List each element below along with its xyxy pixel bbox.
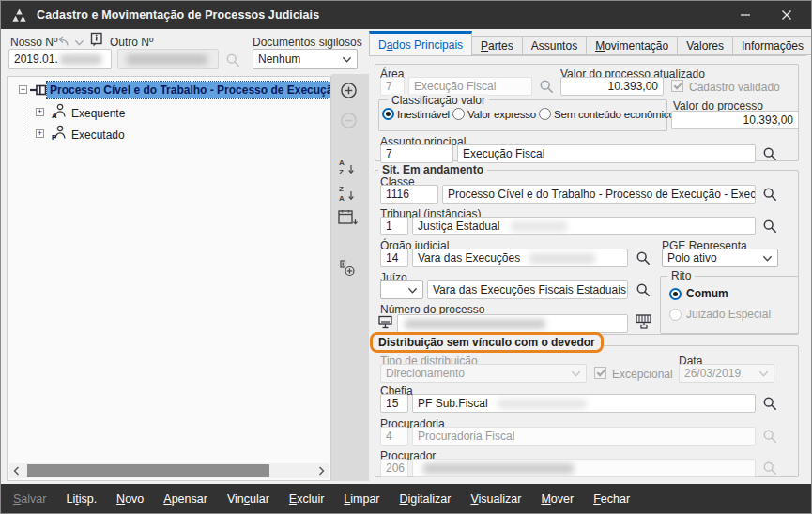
tab-valores[interactable]: Valores: [677, 36, 733, 55]
svg-text:A: A: [339, 159, 345, 167]
note-icon[interactable]: [90, 32, 103, 47]
outro-numero-field[interactable]: [117, 49, 219, 69]
rito-radio-juizado-row: Juizado Especial: [669, 308, 771, 321]
tree-item-exequente[interactable]: Exequente: [71, 107, 125, 120]
documentos-sigilosos-select[interactable]: Nenhum: [253, 49, 358, 69]
radio-inestimavel[interactable]: [382, 108, 394, 120]
valor-atualizado-field[interactable]: 10.393,00: [560, 77, 664, 96]
titlebar: Cadastro e Movimentação de Processos Jud…: [1, 1, 811, 29]
tree-item-executado[interactable]: Executado: [71, 128, 125, 142]
redacted-text: [405, 319, 545, 329]
radio-juizado-especial-label: Juizado Especial: [686, 308, 771, 321]
radio-sem-conteudo[interactable]: [539, 108, 551, 120]
tipo-distribuicao-value: Direcionamento: [386, 367, 465, 380]
digitar-numero-icon[interactable]: [636, 314, 652, 329]
litisp-button[interactable]: Litisp.: [66, 492, 97, 506]
procurador-search-icon: [762, 461, 777, 476]
radio-valor-expresso-label: Valor expresso: [467, 109, 536, 120]
svg-text:Z: Z: [339, 185, 344, 193]
bottom-toolbar: Salvar Litisp. Novo Apensar Vincular Exc…: [1, 484, 811, 513]
area-search-icon[interactable]: [539, 79, 554, 94]
radio-valor-expresso[interactable]: [452, 108, 465, 120]
salvar-button[interactable]: Salvar: [13, 492, 46, 506]
orgao-code-field[interactable]: 14: [380, 249, 408, 267]
svg-text:Z: Z: [339, 168, 344, 176]
tab-movimentacao[interactable]: Movimentação: [586, 36, 678, 55]
svg-text:A: A: [52, 112, 57, 119]
close-button[interactable]: [766, 1, 807, 29]
classe-code-field[interactable]: 1116: [380, 185, 438, 204]
numero-processo-icon: [378, 315, 395, 330]
tab-partes[interactable]: Partes: [471, 36, 523, 55]
classe-search-icon[interactable]: [762, 187, 777, 202]
visualizar-button[interactable]: Visualizar: [470, 492, 521, 506]
procurador-desc-field: [412, 459, 756, 477]
procuradoria-code-field: 4: [380, 427, 408, 446]
procuradoria-desc-field: Procuradoria Fiscal: [412, 427, 756, 446]
undo-icon[interactable]: [56, 36, 69, 47]
tribunal-code-field[interactable]: 1: [380, 217, 408, 235]
scroll-left-icon[interactable]: [11, 465, 23, 476]
apensar-button[interactable]: Apensar: [163, 492, 207, 506]
remove-node-icon[interactable]: [340, 112, 358, 129]
add-pendency-icon[interactable]: [338, 260, 357, 277]
numero-processo-field[interactable]: [397, 314, 628, 333]
minimize-button[interactable]: [725, 1, 766, 29]
tree-toolbar: A Z Z A: [331, 74, 369, 481]
add-node-icon[interactable]: [340, 82, 358, 99]
tab-dados-principais[interactable]: Dados Principais: [369, 31, 472, 55]
tree-root-node[interactable]: Processo Cível e do Trabalho - Processo …: [47, 82, 331, 98]
tab-informacoes[interactable]: Informações: [732, 36, 812, 55]
fechar-button[interactable]: Fechar: [593, 492, 630, 506]
excepcional-label: Excepcional: [612, 368, 673, 381]
tribunal-search-icon[interactable]: [762, 219, 777, 234]
nosso-numero-value: 2019.01.: [14, 53, 58, 66]
limpar-button[interactable]: Limpar: [344, 492, 379, 506]
orgao-search-icon[interactable]: [636, 250, 651, 265]
tribunal-desc-field: Justiça Estadual: [412, 217, 756, 235]
process-icon: [30, 84, 47, 96]
radio-juizado-especial[interactable]: [669, 309, 682, 321]
assunto-code-field[interactable]: 7: [380, 144, 453, 163]
scrollbar-thumb[interactable]: [27, 464, 269, 477]
juizo-desc-field: Vara das Execuções Fiscais Estaduais: [427, 280, 628, 299]
chevron-down-icon[interactable]: [74, 38, 84, 48]
tab-assuntos[interactable]: Assuntos: [522, 36, 587, 55]
radio-comum[interactable]: [669, 288, 682, 300]
novo-button[interactable]: Novo: [116, 492, 144, 506]
scroll-right-icon[interactable]: [315, 465, 327, 476]
procurador-code-field: 206: [380, 459, 408, 477]
tree-horizontal-scrollbar[interactable]: [9, 463, 329, 478]
digitalizar-button[interactable]: Digitalizar: [400, 492, 452, 506]
person-passive-icon: P: [51, 125, 67, 141]
juizo-code-select[interactable]: [380, 280, 423, 299]
sort-az-icon[interactable]: A Z: [338, 157, 359, 175]
nosso-numero-field[interactable]: 2019.01.: [8, 49, 112, 69]
area-code-field[interactable]: 7: [380, 77, 405, 96]
chefia-search-icon[interactable]: [762, 396, 777, 411]
chevron-down-icon: [342, 54, 352, 65]
tree-expander[interactable]: +: [36, 129, 44, 138]
cadastro-validado-checkbox[interactable]: [671, 80, 683, 92]
assunto-search-icon[interactable]: [762, 146, 777, 161]
data-value: 26/03/2019: [684, 367, 741, 380]
pge-representa-value: Polo ativo: [667, 251, 717, 265]
documentos-sigilosos-label: Documentos sigilosos: [253, 36, 362, 49]
tab-label: Movimentação: [595, 39, 668, 53]
sort-za-icon[interactable]: Z A: [338, 183, 359, 202]
nosso-numero-label: Nosso Nº: [10, 36, 57, 49]
chefia-code-field[interactable]: 15: [380, 394, 408, 413]
tree-root-expander[interactable]: −: [19, 85, 27, 94]
sort-date-icon[interactable]: [338, 209, 359, 226]
mover-button[interactable]: Mover: [541, 492, 574, 506]
pge-representa-select[interactable]: Polo ativo: [662, 249, 778, 267]
excluir-button[interactable]: Excluir: [289, 492, 325, 506]
vincular-button[interactable]: Vincular: [227, 492, 269, 506]
data-select: 26/03/2019: [679, 364, 774, 383]
outro-numero-label: Outro Nº: [110, 36, 153, 49]
juizo-search-icon[interactable]: [636, 282, 651, 297]
valor-processo-field[interactable]: 10.393,00: [671, 111, 799, 129]
tree-expander[interactable]: +: [36, 108, 44, 116]
outro-search-icon[interactable]: [225, 53, 240, 68]
assunto-desc-field: Execução Fiscal: [457, 144, 756, 163]
